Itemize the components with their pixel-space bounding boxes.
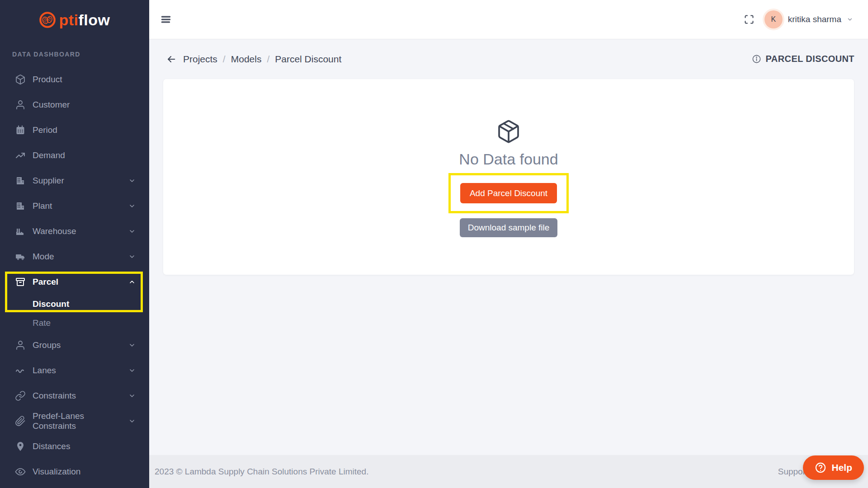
sidebar-item-supplier[interactable]: Supplier [0,168,149,193]
sidebar-section-label: DATA DASHBOARD [12,51,149,58]
sidebar-item-visualization[interactable]: Visualization [0,459,149,484]
sidebar-item-demand[interactable]: Demand [0,143,149,168]
header-right-group: K kritika sharma [744,10,853,28]
sidebar-parcel-group: Parcel Discount [0,269,149,314]
breadcrumb-separator: / [267,54,269,65]
chevron-down-icon [128,392,136,399]
sidebar-item-constraints[interactable]: Constraints [0,383,149,408]
sidebar-item-label: Parcel [33,277,58,287]
brand-logo[interactable]: ptiflow [0,0,149,40]
sidebar-item-label: Lanes [33,366,56,375]
package-icon [496,119,521,144]
sidebar-subitem-label: Discount [33,299,69,309]
button-highlight-box: Add Parcel Discount [448,173,569,213]
chevron-down-icon [128,418,136,425]
sidebar-item-label: Warehouse [33,226,76,236]
breadcrumb-projects[interactable]: Projects [183,54,217,65]
content-spacer [149,275,868,455]
sidebar-item-plant[interactable]: Plant [0,193,149,219]
sidebar-item-label: Demand [33,150,65,160]
back-arrow-icon[interactable] [166,54,176,64]
help-question-icon [815,462,826,474]
empty-state-card: No Data found Add Parcel Discount Downlo… [163,79,854,275]
chevron-down-icon [128,342,136,349]
avatar: K [764,10,783,28]
sidebar-item-predef-lanes-constraints[interactable]: Predef-Lanes Constraints [0,408,149,434]
sidebar-item-label: Predef-Lanes Constraints [33,411,128,431]
sidebar-subitem-discount[interactable]: Discount [0,295,149,314]
building-icon [15,201,26,211]
sidebar-item-period[interactable]: Period [0,117,149,143]
archive-box-icon [15,277,26,287]
calendar-icon [15,125,26,136]
sidebar-item-label: Period [33,125,57,135]
sidebar-item-label: Customer [33,100,70,110]
help-button[interactable]: Help [803,455,864,480]
sidebar-nav: Product Customer Period Demand Supplier [0,67,149,488]
users-icon [15,340,26,351]
no-data-message: No Data found [459,150,558,169]
factory-icon [15,226,26,237]
sidebar-item-label: Distances [33,441,70,451]
sidebar-item-mode[interactable]: Mode [0,244,149,269]
chevron-down-icon [128,202,136,210]
breadcrumb-row: Projects / Models / Parcel Discount PARC… [149,39,868,79]
sidebar-item-label: Visualization [33,467,80,477]
chevron-down-icon [128,253,136,260]
info-icon[interactable] [752,54,761,64]
brand-logo-icon [39,11,56,28]
user-menu[interactable]: K kritika sharma [764,10,853,28]
building-icon [15,175,26,186]
chevron-down-icon [128,228,136,235]
link-icon [15,390,26,401]
chevron-down-icon [128,177,136,184]
breadcrumb-current: Parcel Discount [275,54,341,65]
add-parcel-discount-button[interactable]: Add Parcel Discount [460,183,557,203]
page-title-group: PARCEL DISCOUNT [752,54,854,64]
sidebar-item-distances[interactable]: Distances [0,434,149,459]
top-header: K kritika sharma [149,0,868,39]
footer-copyright: 2023 © Lambda Supply Chain Solutions Pri… [155,467,368,477]
sidebar-subitem-rate[interactable]: Rate [0,314,149,333]
sidebar-item-label: Constraints [33,391,76,401]
help-button-label: Help [831,462,852,473]
breadcrumb: Projects / Models / Parcel Discount [183,54,341,65]
page-title: PARCEL DISCOUNT [766,54,854,64]
package-icon [15,74,26,85]
download-sample-file-button[interactable]: Download sample file [460,218,558,237]
chevron-up-icon [128,278,136,286]
footer: 2023 © Lambda Supply Chain Solutions Pri… [149,455,868,488]
chevron-down-icon [128,367,136,374]
route-wave-icon [15,365,26,376]
sidebar-subitem-label: Rate [33,318,51,328]
sidebar: ptiflow DATA DASHBOARD Product Customer … [0,0,149,488]
breadcrumb-separator: / [223,54,226,65]
sidebar-item-groups[interactable]: Groups [0,333,149,358]
sidebar-item-parcel[interactable]: Parcel [0,269,149,295]
user-name: kritika sharma [788,14,841,24]
sidebar-item-label: Product [33,75,62,84]
fullscreen-icon[interactable] [744,14,755,25]
sidebar-item-lanes[interactable]: Lanes [0,358,149,383]
main-area: K kritika sharma Projects / Models / Par… [149,0,868,488]
brand-logo-text: ptiflow [59,11,110,29]
sidebar-item-warehouse[interactable]: Warehouse [0,219,149,244]
breadcrumb-models[interactable]: Models [231,54,262,65]
sidebar-item-customer[interactable]: Customer [0,92,149,117]
user-icon [15,99,26,110]
paperclip-icon [15,416,26,427]
map-pin-icon [15,441,26,452]
hamburger-menu-icon[interactable] [160,14,172,25]
sidebar-item-label: Plant [33,201,52,211]
sidebar-item-label: Supplier [33,176,64,186]
trending-up-icon [15,150,26,161]
sidebar-item-label: Groups [33,340,61,350]
sidebar-item-label: Mode [33,252,54,262]
truck-icon [15,251,26,262]
eye-icon [15,466,26,477]
sidebar-item-product[interactable]: Product [0,67,149,92]
chevron-down-icon [847,16,853,23]
